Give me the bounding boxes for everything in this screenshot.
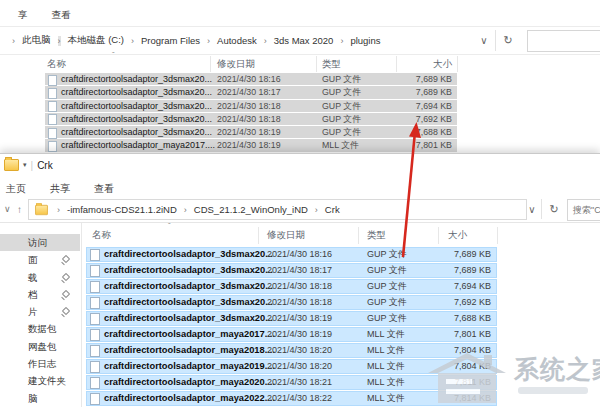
ribbon-tab[interactable]: 享	[18, 9, 28, 22]
column-divider	[316, 56, 317, 72]
file-size: 7,804 KB	[426, 343, 491, 358]
file-date: 2021/4/30 18:17	[217, 86, 281, 98]
up-arrow-icon[interactable]: ↑	[17, 198, 22, 220]
sidebar-item-label: 面	[28, 254, 38, 265]
refresh-icon[interactable]: ↻	[545, 199, 563, 220]
sidebar-item[interactable]: 建文件夹	[0, 372, 80, 389]
file-icon	[48, 128, 57, 139]
file-size: 7,692 KB	[380, 113, 452, 125]
breadcrumb-item[interactable]: 3ds Max 2020	[271, 33, 337, 48]
file-type: GUP 文件	[367, 279, 407, 294]
sidebar-item[interactable]: 访问	[0, 234, 80, 251]
address-bar[interactable]: › -imfamous-CDS21.1.2iND › CDS_21.1.2_Wi…	[28, 199, 527, 220]
file-row-selected[interactable]: craftdirectortoolsadaptor_maya2017.... 2…	[86, 327, 497, 342]
ribbon-tab[interactable]: 主页	[6, 182, 26, 196]
file-row-selected[interactable]: craftdirectortoolsadaptor_maya2018.... 2…	[86, 343, 497, 358]
sidebar-item[interactable]: 脑	[0, 390, 80, 407]
column-header-type[interactable]: 类型	[322, 58, 341, 71]
file-size: 7,688 KB	[426, 311, 491, 326]
divider	[0, 54, 600, 55]
file-row[interactable]: craftdirectortoolsadaptor_3dsmax20... 20…	[45, 100, 457, 112]
column-divider	[396, 56, 397, 72]
column-header-date[interactable]: 修改日期	[217, 58, 255, 71]
column-header-type[interactable]: 类型	[367, 229, 386, 242]
breadcrumb-item[interactable]: 本地磁盘 (C:)	[65, 32, 127, 49]
nav-history-dropdown-icon[interactable]: ∨	[4, 198, 11, 220]
breadcrumb-item[interactable]: Crk	[322, 202, 343, 217]
file-row-selected[interactable]: craftdirectortoolsadaptor_maya2020.... 2…	[86, 375, 497, 390]
file-icon	[90, 249, 100, 261]
file-type: GUP 文件	[322, 73, 361, 85]
address-dropdown-icon[interactable]: ∨	[476, 30, 492, 51]
file-icon	[48, 101, 57, 112]
sidebar-item-label: 网盘包	[28, 341, 57, 352]
breadcrumb-item[interactable]: CDS_21.1.2_WinOnly_iND	[191, 202, 311, 217]
breadcrumb-separator-icon: ›	[264, 36, 267, 46]
sidebar-item[interactable]: 数据包	[0, 320, 80, 337]
breadcrumb-separator-icon: ›	[57, 205, 60, 215]
sidebar-item[interactable]: 档	[0, 286, 80, 303]
file-date: 2021/4/30 18:19	[267, 311, 332, 326]
sidebar-item-label: 访问	[28, 237, 47, 248]
file-row-selected[interactable]: craftdirectortoolsadaptor_3dsmax20... 20…	[86, 247, 497, 262]
column-header-size[interactable]: 大小	[448, 229, 467, 242]
sidebar-divider[interactable]	[81, 223, 82, 407]
breadcrumb-item[interactable]: Autodesk	[214, 33, 260, 48]
file-row[interactable]: craftdirectortoolsadaptor_3dsmax20... 20…	[45, 73, 457, 85]
file-row[interactable]: craftdirectortoolsadaptor_3dsmax20... 20…	[45, 86, 457, 98]
sidebar-item-label: 载	[28, 272, 38, 283]
file-icon	[90, 393, 100, 405]
breadcrumb-item[interactable]: plugins	[347, 33, 383, 48]
file-date: 2021/4/30 18:19	[217, 139, 281, 151]
column-divider	[497, 227, 498, 244]
file-icon	[90, 329, 100, 341]
file-row-selected[interactable]: craftdirectortoolsadaptor_3dsmax20... 20…	[86, 295, 497, 310]
file-row-selected[interactable]: craftdirectortoolsadaptor_3dsmax20... 20…	[86, 279, 497, 294]
file-list: craftdirectortoolsadaptor_3dsmax20... 20…	[86, 247, 497, 406]
file-row-selected[interactable]: craftdirectortoolsadaptor_maya2022.... 2…	[86, 391, 497, 406]
file-type: MLL 文件	[367, 359, 405, 374]
file-type: MLL 文件	[367, 327, 405, 342]
ribbon-tab[interactable]: 查看	[52, 9, 71, 22]
column-header-date[interactable]: 修改日期	[267, 229, 305, 242]
sidebar-item[interactable]: 网盘包	[0, 338, 80, 355]
window-title: Crk	[37, 160, 53, 171]
file-row-selected[interactable]: craftdirectortoolsadaptor_maya2019.... 2…	[86, 359, 497, 374]
file-row[interactable]: craftdirectortoolsadaptor_3dsmax20... 20…	[45, 126, 457, 138]
breadcrumb-item[interactable]: -imfamous-CDS21.1.2iND	[64, 202, 180, 217]
breadcrumb-separator-icon: ›	[12, 36, 15, 46]
sidebar-item[interactable]: 载	[0, 269, 80, 286]
sidebar-item[interactable]: 作日志	[0, 355, 80, 372]
search-input[interactable]	[527, 30, 600, 52]
breadcrumb: › -imfamous-CDS21.1.2iND › CDS_21.1.2_Wi…	[53, 202, 343, 217]
file-name: craftdirectortoolsadaptor_3dsmax20...	[104, 263, 273, 278]
file-date: 2021/4/30 18:16	[217, 73, 281, 85]
file-type: MLL 文件	[367, 343, 405, 358]
column-header-name[interactable]: 名称	[47, 58, 66, 71]
file-name: craftdirectortoolsadaptor_3dsmax20...	[61, 100, 212, 112]
sidebar-item[interactable]: 片	[0, 303, 80, 320]
search-input[interactable]: 搜索"C	[567, 199, 600, 221]
quick-access-toolbar-icon[interactable]: ▾	[23, 161, 27, 169]
file-row-selected[interactable]: craftdirectortoolsadaptor_3dsmax20... 20…	[86, 263, 497, 278]
file-row[interactable]: craftdirectortoolsadaptor_3dsmax20... 20…	[45, 113, 457, 125]
sidebar-item-label: 片	[28, 306, 38, 317]
address-dropdown-icon[interactable]: ∨	[524, 199, 540, 220]
file-size: 7,694 KB	[426, 279, 491, 294]
refresh-icon[interactable]: ↻	[499, 30, 517, 51]
file-date: 2021/4/30 18:19	[267, 327, 332, 342]
ribbon-tab[interactable]: 查看	[94, 182, 114, 196]
breadcrumb-item[interactable]: Program Files	[138, 33, 203, 48]
ribbon-tab[interactable]: 共享	[50, 182, 70, 196]
file-row[interactable]: craftdirectortoolsadaptor_maya2017.... 2…	[45, 139, 457, 151]
sidebar-item[interactable]: 面	[0, 251, 80, 268]
file-type: GUP 文件	[367, 311, 407, 326]
column-header-name[interactable]: 名称	[92, 229, 111, 242]
sort-caret-icon: ˆ	[112, 50, 115, 59]
pin-icon	[61, 274, 69, 282]
address-bar[interactable]: › 此电脑 › 本地磁盘 (C:) › Program Files › Auto…	[8, 30, 384, 51]
file-name: craftdirectortoolsadaptor_maya2018....	[104, 343, 275, 358]
ribbon-tabs: 享查看	[18, 9, 71, 22]
breadcrumb-item[interactable]: 此电脑	[19, 32, 54, 49]
file-row-selected[interactable]: craftdirectortoolsadaptor_3dsmax20... 20…	[86, 311, 497, 326]
